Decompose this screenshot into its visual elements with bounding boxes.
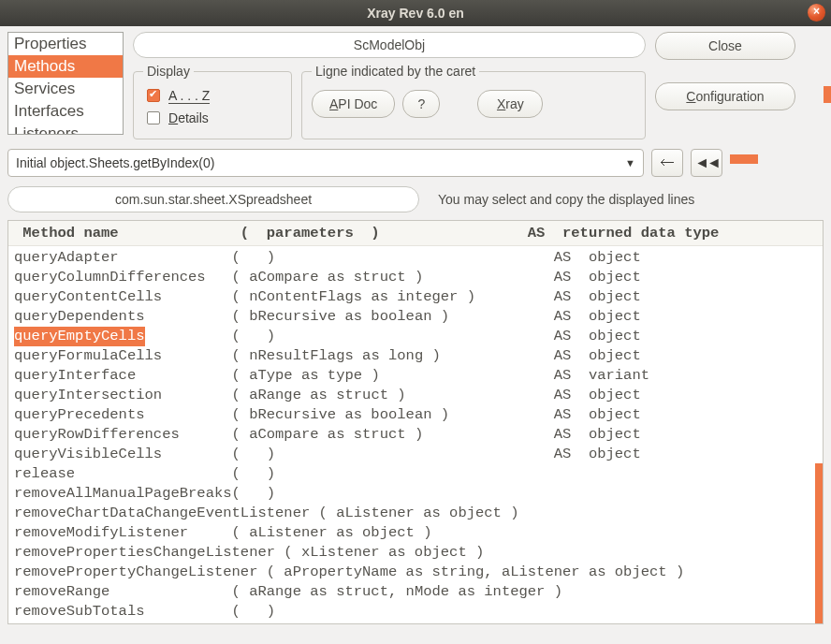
table-row[interactable]: queryContentCells ( nContentFlags as int… bbox=[8, 287, 823, 307]
hint-text: You may select and copy the displayed li… bbox=[438, 192, 694, 207]
table-row[interactable]: queryAdapter ( ) AS object bbox=[8, 248, 823, 268]
back-button[interactable]: 🡐 bbox=[651, 149, 683, 177]
nav-item-listeners[interactable]: Listeners bbox=[8, 123, 123, 135]
help-button[interactable]: ? bbox=[402, 90, 440, 118]
table-row[interactable]: removePropertiesChangeListener ( xListen… bbox=[8, 543, 823, 563]
nav-item-properties[interactable]: Properties bbox=[8, 33, 123, 55]
table-row[interactable]: queryPrecedents ( bRecursive as boolean … bbox=[8, 405, 823, 425]
path-combobox[interactable]: Initial object.Sheets.getByIndex(0) ▼ bbox=[7, 149, 644, 177]
table-row[interactable]: queryVisibleCells ( ) AS object bbox=[8, 445, 823, 464]
table-row[interactable]: removeModifyListener ( aListener as obje… bbox=[8, 523, 823, 543]
caret-group: Ligne indicated by the caret API Doc ? X… bbox=[301, 64, 646, 139]
table-row[interactable]: removeAllManualPageBreaks( ) bbox=[8, 484, 823, 504]
details-checkbox[interactable] bbox=[147, 111, 160, 124]
display-group: Display A . . . Z Details bbox=[133, 64, 292, 139]
close-button[interactable]: Close bbox=[655, 32, 795, 60]
api-doc-button[interactable]: API Doc bbox=[312, 90, 395, 118]
methods-table[interactable]: Method name ( parameters ) AS returned d… bbox=[7, 220, 824, 624]
indicator-strip-1 bbox=[824, 86, 831, 103]
scrollbar[interactable] bbox=[815, 248, 823, 623]
rewind-button[interactable]: ◄◄ bbox=[691, 149, 722, 177]
table-row[interactable]: removeSubTotals ( ) bbox=[8, 602, 823, 622]
configuration-button[interactable]: Configuration bbox=[655, 82, 795, 110]
table-row[interactable]: queryInterface ( aType as type ) AS vari… bbox=[8, 366, 823, 386]
titlebar: Xray Rev 6.0 en × bbox=[0, 0, 831, 26]
table-header: Method name ( parameters ) AS returned d… bbox=[8, 221, 823, 246]
table-row[interactable]: queryColumnDifferences ( aCompare as str… bbox=[8, 268, 823, 287]
table-row[interactable]: queryDependents ( bRecursive as boolean … bbox=[8, 307, 823, 327]
scrollbar-thumb[interactable] bbox=[815, 463, 823, 624]
table-row[interactable]: queryFormulaCells ( nResultFlags as long… bbox=[8, 346, 823, 366]
interface-field[interactable]: com.sun.star.sheet.XSpreadsheet bbox=[7, 186, 419, 212]
nav-item-methods[interactable]: Methods bbox=[8, 55, 123, 78]
xray-button[interactable]: Xray bbox=[477, 90, 543, 118]
details-checkbox-row[interactable]: Details bbox=[143, 107, 282, 129]
table-row[interactable]: queryIntersection ( aRange as struct ) A… bbox=[8, 386, 823, 405]
window-title: Xray Rev 6.0 en bbox=[367, 6, 464, 21]
close-icon[interactable]: × bbox=[808, 4, 825, 22]
nav-item-services[interactable]: Services bbox=[8, 78, 123, 100]
indicator-strip-2 bbox=[730, 154, 758, 164]
nav-listbox[interactable]: PropertiesMethodsServicesInterfacesListe… bbox=[7, 32, 124, 135]
chevron-down-icon: ▼ bbox=[625, 157, 635, 168]
table-row[interactable]: queryEmptyCells ( ) AS object bbox=[8, 327, 823, 346]
table-row[interactable]: removeRange ( aRange as struct, nMode as… bbox=[8, 582, 823, 602]
object-name-field[interactable]: ScModelObj bbox=[133, 32, 646, 58]
az-checkbox[interactable] bbox=[147, 89, 160, 102]
table-row[interactable]: queryRowDifferences ( aCompare as struct… bbox=[8, 425, 823, 445]
table-row[interactable]: removePropertyChangeListener ( aProperty… bbox=[8, 563, 823, 582]
table-row[interactable]: release ( ) bbox=[8, 464, 823, 484]
table-row[interactable]: removeChartDataChangeEventListener ( aLi… bbox=[8, 504, 823, 523]
az-checkbox-row[interactable]: A . . . Z bbox=[143, 84, 282, 107]
nav-item-interfaces[interactable]: Interfaces bbox=[8, 100, 123, 123]
